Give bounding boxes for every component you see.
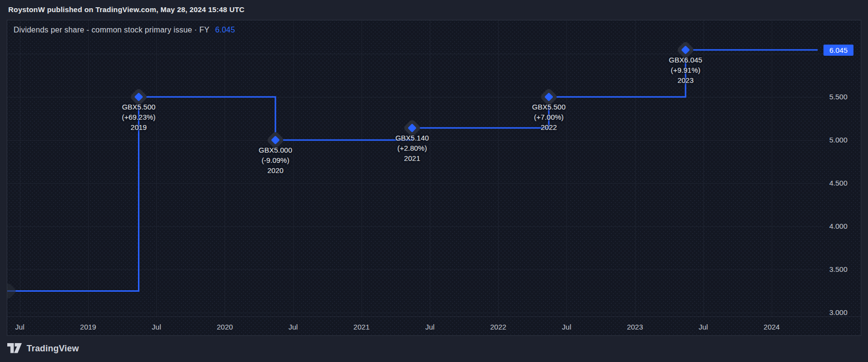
x-axis-label: 2021 bbox=[353, 322, 369, 332]
data-point-value: GBX5.500 bbox=[122, 102, 156, 112]
x-axis-label: 2022 bbox=[490, 322, 506, 332]
data-point-label: GBX5.000(-9.09%)2020 bbox=[259, 145, 292, 175]
data-point-year: 2021 bbox=[396, 153, 429, 163]
x-axis-label: Jul bbox=[425, 322, 434, 332]
chart-frame: Dividends per share - common stock prima… bbox=[7, 20, 861, 336]
data-point-year: 2019 bbox=[122, 122, 156, 132]
tradingview-logo-icon bbox=[7, 343, 22, 354]
data-point-change: (+9.91%) bbox=[669, 65, 702, 75]
x-axis-label: Jul bbox=[699, 322, 708, 332]
x-axis-label: Jul bbox=[562, 322, 571, 332]
y-axis-label: 4.500 bbox=[829, 178, 848, 188]
data-point-value: GBX6.045 bbox=[669, 55, 702, 65]
x-axis-label: Jul bbox=[289, 322, 298, 332]
y-axis-label: 4.000 bbox=[829, 221, 848, 231]
dividend-step-line bbox=[7, 50, 818, 291]
data-point-change: (-9.09%) bbox=[259, 155, 292, 165]
chart-title-text: Dividends per share - common stock prima… bbox=[14, 26, 210, 34]
x-axis-label: Jul bbox=[15, 322, 24, 332]
data-point-change: (+2.80%) bbox=[396, 143, 429, 153]
edge-data-point-halo bbox=[7, 282, 17, 300]
x-axis-label: 2019 bbox=[80, 322, 96, 332]
y-axis-label: 5.500 bbox=[829, 92, 848, 102]
step-line-plot bbox=[7, 20, 853, 326]
data-point-change: (+7.00%) bbox=[532, 112, 565, 122]
published-chart-snapshot: RoystonW published on TradingView.com, M… bbox=[0, 0, 868, 362]
data-point-label: GBX5.500(+69.23%)2019 bbox=[122, 102, 156, 132]
data-point-change: (+69.23%) bbox=[122, 112, 156, 122]
data-point-label: GBX5.140(+2.80%)2021 bbox=[396, 133, 429, 163]
chart-title-value: 6.045 bbox=[215, 26, 235, 34]
data-point-year: 2022 bbox=[532, 122, 565, 132]
data-point-year: 2023 bbox=[669, 75, 702, 85]
y-axis-label: 5.000 bbox=[829, 135, 848, 145]
data-point-label: GBX6.045(+9.91%)2023 bbox=[669, 55, 702, 85]
y-axis-label: 3.000 bbox=[829, 308, 848, 317]
last-price-label: 6.045 bbox=[823, 45, 853, 56]
data-point-value: GBX5.140 bbox=[396, 133, 429, 143]
data-point-year: 2020 bbox=[259, 165, 292, 175]
tradingview-wordmark: TradingView bbox=[27, 344, 79, 354]
x-axis-label: Jul bbox=[152, 322, 161, 332]
data-point-value: GBX5.000 bbox=[259, 145, 292, 155]
y-axis-label: 3.500 bbox=[829, 265, 848, 274]
publish-attribution: RoystonW published on TradingView.com, M… bbox=[8, 5, 244, 14]
data-point-label: GBX5.500(+7.00%)2022 bbox=[532, 102, 565, 132]
data-point-value: GBX5.500 bbox=[532, 102, 565, 112]
chart-title: Dividends per share - common stock prima… bbox=[14, 26, 235, 34]
x-axis-label: 2020 bbox=[217, 322, 233, 332]
x-axis-label: 2023 bbox=[627, 322, 643, 332]
x-axis-label: 2024 bbox=[763, 322, 779, 332]
footer-brand: TradingView bbox=[7, 341, 79, 356]
